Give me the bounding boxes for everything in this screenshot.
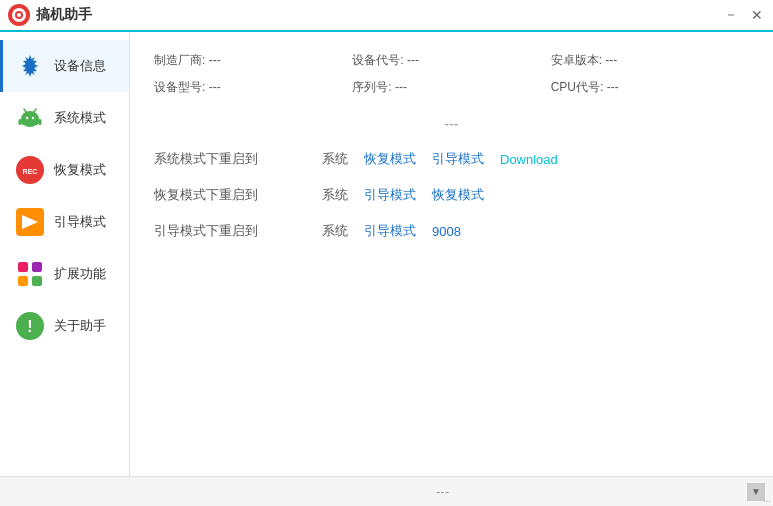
android-icon [16,104,44,132]
reboot-recovery-to-guide[interactable]: 引导模式 [356,184,424,206]
sidebar-item-device-info[interactable]: 设备信息 [0,40,129,92]
main-layout: 设备信息 系统模式 REC [0,32,773,506]
serial-label: 序列号: [352,80,395,94]
device-model-value: --- [209,80,221,94]
title-bar: 搞机助手 － ✕ [0,0,773,32]
svg-rect-6 [21,119,39,125]
serial-info: 序列号: --- [352,79,550,96]
manufacturer-label: 制造厂商: [154,53,209,67]
manufacturer-value: --- [209,53,221,67]
sidebar-label-recovery-mode: 恢复模式 [54,161,106,179]
svg-point-3 [17,13,21,17]
content-area: 制造厂商: --- 设备代号: --- 安卓版本: --- 设备型号: --- … [130,32,773,506]
reboot-system-to-recovery[interactable]: 恢复模式 [356,148,424,170]
cpu-code-label: CPU代号: [551,80,607,94]
manufacturer-info: 制造厂商: --- [154,52,352,69]
window-controls: － ✕ [723,7,765,23]
device-code-info: 设备代号: --- [352,52,550,69]
device-model-info: 设备型号: --- [154,79,352,96]
gear-icon [16,52,44,80]
device-model-label: 设备型号: [154,80,209,94]
android-version-value: --- [605,53,617,67]
svg-rect-19 [18,276,28,286]
reboot-guide-to-guide[interactable]: 引导模式 [356,220,424,242]
serial-value: --- [395,80,407,94]
svg-line-9 [24,109,26,112]
sidebar-label-device-info: 设备信息 [54,57,106,75]
android-version-label: 安卓版本: [551,53,606,67]
sidebar-item-system-mode[interactable]: 系统模式 [0,92,129,144]
device-code-value: --- [407,53,419,67]
sidebar-label-extend: 扩展功能 [54,265,106,283]
bottom-bar: --- ▼ ... [0,476,773,506]
center-dashes: --- [154,116,749,132]
app-logo [8,4,30,26]
svg-point-7 [26,117,28,119]
sidebar-label-system-mode: 系统模式 [54,109,106,127]
reboot-guide-label: 引导模式下重启到 [154,222,314,240]
sidebar-item-recovery-mode[interactable]: REC 恢复模式 [0,144,129,196]
device-info-grid: 制造厂商: --- 设备代号: --- 安卓版本: --- 设备型号: --- … [154,52,749,96]
reboot-row-system: 系统模式下重启到 系统 恢复模式 引导模式 Download [154,148,749,170]
sidebar-label-guide-mode: 引导模式 [54,213,106,231]
reboot-system-to-guide[interactable]: 引导模式 [424,148,492,170]
svg-text:REC: REC [23,168,38,175]
minimize-button[interactable]: － [723,7,739,23]
svg-line-10 [34,109,36,112]
reboot-system-to-system[interactable]: 系统 [314,148,356,170]
sidebar-item-about[interactable]: ! 关于助手 [0,300,129,352]
rec-icon: REC [16,156,44,184]
cpu-code-value: --- [607,80,619,94]
reboot-section: 系统模式下重启到 系统 恢复模式 引导模式 Download 恢复模式下重启到 … [154,148,749,242]
about-icon: ! [16,312,44,340]
sidebar-label-about: 关于助手 [54,317,106,335]
svg-rect-17 [18,262,28,272]
reboot-row-guide: 引导模式下重启到 系统 引导模式 9008 [154,220,749,242]
cpu-code-info: CPU代号: --- [551,79,749,96]
svg-rect-18 [32,262,42,272]
reboot-system-label: 系统模式下重启到 [154,150,314,168]
svg-rect-11 [19,119,22,125]
svg-text:!: ! [27,318,32,335]
sidebar-item-extend[interactable]: 扩展功能 [0,248,129,300]
reboot-system-to-download[interactable]: Download [492,150,566,169]
close-button[interactable]: ✕ [749,7,765,23]
android-version-info: 安卓版本: --- [551,52,749,69]
sidebar-item-guide-mode[interactable]: 引导模式 [0,196,129,248]
svg-rect-20 [32,276,42,286]
reboot-recovery-to-recovery[interactable]: 恢复模式 [424,184,492,206]
extend-icon [16,260,44,288]
reboot-recovery-to-system[interactable]: 系统 [314,184,356,206]
bottom-dashes: --- [8,484,747,499]
guide-icon [16,208,44,236]
reboot-row-recovery: 恢复模式下重启到 系统 引导模式 恢复模式 [154,184,749,206]
svg-rect-12 [39,119,42,125]
app-title: 搞机助手 [36,6,92,24]
device-code-label: 设备代号: [352,53,407,67]
svg-point-8 [32,117,34,119]
reboot-guide-to-9008[interactable]: 9008 [424,222,469,241]
sidebar: 设备信息 系统模式 REC [0,32,130,506]
bottom-dots: ... [763,493,771,504]
reboot-recovery-label: 恢复模式下重启到 [154,186,314,204]
reboot-guide-to-system[interactable]: 系统 [314,220,356,242]
